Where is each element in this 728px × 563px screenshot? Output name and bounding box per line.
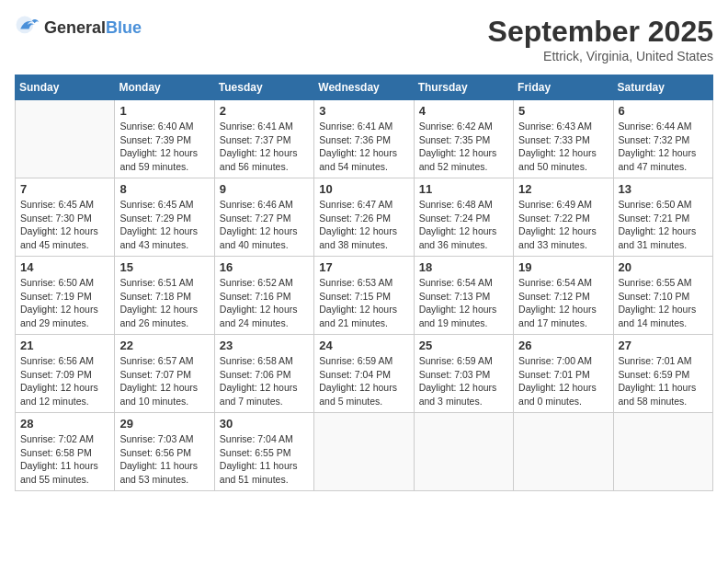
logo: GeneralBlue xyxy=(15,15,142,40)
col-tuesday: Tuesday xyxy=(214,75,313,100)
col-monday: Monday xyxy=(115,75,214,100)
day-info: Sunrise: 6:46 AM Sunset: 7:27 PM Dayligh… xyxy=(220,198,309,252)
day-info: Sunrise: 6:44 AM Sunset: 7:32 PM Dayligh… xyxy=(619,120,708,174)
month-title: September 2025 xyxy=(488,15,713,49)
day-cell: 23Sunrise: 6:58 AM Sunset: 7:06 PM Dayli… xyxy=(214,335,313,413)
day-cell: 8Sunrise: 6:45 AM Sunset: 7:29 PM Daylig… xyxy=(115,178,214,257)
day-cell: 29Sunrise: 7:03 AM Sunset: 6:56 PM Dayli… xyxy=(115,413,214,491)
day-number: 1 xyxy=(119,104,209,118)
day-number: 15 xyxy=(119,260,209,274)
day-number: 20 xyxy=(619,260,708,274)
day-number: 10 xyxy=(319,182,408,196)
day-cell: 17Sunrise: 6:53 AM Sunset: 7:15 PM Dayli… xyxy=(314,257,414,335)
day-number: 23 xyxy=(220,339,309,352)
day-info: Sunrise: 6:47 AM Sunset: 7:26 PM Dayligh… xyxy=(319,198,408,252)
day-cell: 11Sunrise: 6:48 AM Sunset: 7:24 PM Dayli… xyxy=(414,178,513,257)
day-info: Sunrise: 6:43 AM Sunset: 7:33 PM Dayligh… xyxy=(518,120,608,174)
day-number: 16 xyxy=(220,260,309,274)
day-info: Sunrise: 6:59 AM Sunset: 7:04 PM Dayligh… xyxy=(319,354,408,408)
day-info: Sunrise: 7:02 AM Sunset: 6:58 PM Dayligh… xyxy=(20,432,109,487)
day-number: 27 xyxy=(619,339,708,352)
day-info: Sunrise: 7:01 AM Sunset: 6:59 PM Dayligh… xyxy=(619,354,708,408)
day-cell: 27Sunrise: 7:01 AM Sunset: 6:59 PM Dayli… xyxy=(613,335,712,413)
day-number: 12 xyxy=(518,182,608,196)
day-info: Sunrise: 6:58 AM Sunset: 7:06 PM Dayligh… xyxy=(220,354,309,408)
day-number: 6 xyxy=(619,104,708,118)
col-thursday: Thursday xyxy=(414,75,513,100)
day-info: Sunrise: 6:41 AM Sunset: 7:37 PM Dayligh… xyxy=(220,120,309,174)
day-number: 24 xyxy=(319,339,408,352)
day-info: Sunrise: 6:55 AM Sunset: 7:10 PM Dayligh… xyxy=(619,276,708,330)
day-info: Sunrise: 6:41 AM Sunset: 7:36 PM Dayligh… xyxy=(319,120,408,174)
day-number: 5 xyxy=(518,104,608,118)
col-friday: Friday xyxy=(514,75,613,100)
day-info: Sunrise: 6:56 AM Sunset: 7:09 PM Dayligh… xyxy=(20,354,109,408)
day-cell: 21Sunrise: 6:56 AM Sunset: 7:09 PM Dayli… xyxy=(16,335,115,413)
week-row-5: 28Sunrise: 7:02 AM Sunset: 6:58 PM Dayli… xyxy=(16,413,713,491)
day-cell: 20Sunrise: 6:55 AM Sunset: 7:10 PM Dayli… xyxy=(613,257,712,335)
day-cell xyxy=(514,413,613,491)
day-number: 22 xyxy=(119,339,209,352)
day-cell: 28Sunrise: 7:02 AM Sunset: 6:58 PM Dayli… xyxy=(16,413,115,491)
calendar-table: Sunday Monday Tuesday Wednesday Thursday… xyxy=(15,75,713,491)
day-info: Sunrise: 6:50 AM Sunset: 7:19 PM Dayligh… xyxy=(20,276,109,330)
day-info: Sunrise: 6:59 AM Sunset: 7:03 PM Dayligh… xyxy=(419,354,508,408)
day-cell: 19Sunrise: 6:54 AM Sunset: 7:12 PM Dayli… xyxy=(514,257,613,335)
day-number: 26 xyxy=(518,339,608,352)
col-sunday: Sunday xyxy=(16,75,115,100)
day-info: Sunrise: 7:00 AM Sunset: 7:01 PM Dayligh… xyxy=(518,354,608,408)
day-number: 28 xyxy=(20,417,109,431)
day-info: Sunrise: 6:53 AM Sunset: 7:15 PM Dayligh… xyxy=(319,276,408,330)
day-info: Sunrise: 6:50 AM Sunset: 7:21 PM Dayligh… xyxy=(619,198,708,252)
day-info: Sunrise: 6:45 AM Sunset: 7:30 PM Dayligh… xyxy=(20,198,109,252)
day-number: 3 xyxy=(319,104,408,118)
page-header: GeneralBlue September 2025 Ettrick, Virg… xyxy=(15,15,713,63)
day-info: Sunrise: 7:04 AM Sunset: 6:55 PM Dayligh… xyxy=(220,432,309,487)
day-cell: 12Sunrise: 6:49 AM Sunset: 7:22 PM Dayli… xyxy=(514,178,613,257)
day-cell: 30Sunrise: 7:04 AM Sunset: 6:55 PM Dayli… xyxy=(214,413,313,491)
day-cell: 13Sunrise: 6:50 AM Sunset: 7:21 PM Dayli… xyxy=(613,178,712,257)
title-block: September 2025 Ettrick, Virginia, United… xyxy=(488,15,713,63)
day-cell: 9Sunrise: 6:46 AM Sunset: 7:27 PM Daylig… xyxy=(214,178,313,257)
day-cell: 15Sunrise: 6:51 AM Sunset: 7:18 PM Dayli… xyxy=(115,257,214,335)
day-info: Sunrise: 6:51 AM Sunset: 7:18 PM Dayligh… xyxy=(119,276,209,330)
day-number: 13 xyxy=(619,182,708,196)
day-number: 29 xyxy=(119,417,209,431)
location-title: Ettrick, Virginia, United States xyxy=(488,49,713,63)
week-row-1: 1Sunrise: 6:40 AM Sunset: 7:39 PM Daylig… xyxy=(16,100,713,178)
week-row-2: 7Sunrise: 6:45 AM Sunset: 7:30 PM Daylig… xyxy=(16,178,713,257)
day-info: Sunrise: 6:57 AM Sunset: 7:07 PM Dayligh… xyxy=(119,354,209,408)
day-number: 21 xyxy=(20,339,109,352)
week-row-3: 14Sunrise: 6:50 AM Sunset: 7:19 PM Dayli… xyxy=(16,257,713,335)
logo-text: GeneralBlue xyxy=(44,18,142,38)
day-cell xyxy=(314,413,414,491)
day-cell: 14Sunrise: 6:50 AM Sunset: 7:19 PM Dayli… xyxy=(16,257,115,335)
day-cell: 18Sunrise: 6:54 AM Sunset: 7:13 PM Dayli… xyxy=(414,257,513,335)
day-number: 4 xyxy=(419,104,508,118)
day-cell: 7Sunrise: 6:45 AM Sunset: 7:30 PM Daylig… xyxy=(16,178,115,257)
day-number: 14 xyxy=(20,260,109,274)
day-number: 30 xyxy=(220,417,309,431)
day-number: 9 xyxy=(220,182,309,196)
day-info: Sunrise: 6:42 AM Sunset: 7:35 PM Dayligh… xyxy=(419,120,508,174)
day-cell: 10Sunrise: 6:47 AM Sunset: 7:26 PM Dayli… xyxy=(314,178,414,257)
day-cell: 3Sunrise: 6:41 AM Sunset: 7:36 PM Daylig… xyxy=(314,100,414,178)
day-info: Sunrise: 6:48 AM Sunset: 7:24 PM Dayligh… xyxy=(419,198,508,252)
day-number: 17 xyxy=(319,260,408,274)
calendar-header-row: Sunday Monday Tuesday Wednesday Thursday… xyxy=(16,75,713,100)
day-info: Sunrise: 6:54 AM Sunset: 7:12 PM Dayligh… xyxy=(518,276,608,330)
day-number: 8 xyxy=(119,182,209,196)
day-number: 25 xyxy=(419,339,508,352)
day-cell: 26Sunrise: 7:00 AM Sunset: 7:01 PM Dayli… xyxy=(514,335,613,413)
day-cell: 1Sunrise: 6:40 AM Sunset: 7:39 PM Daylig… xyxy=(115,100,214,178)
day-info: Sunrise: 6:54 AM Sunset: 7:13 PM Dayligh… xyxy=(419,276,508,330)
day-number: 18 xyxy=(419,260,508,274)
day-info: Sunrise: 7:03 AM Sunset: 6:56 PM Dayligh… xyxy=(119,432,209,487)
day-number: 2 xyxy=(220,104,309,118)
day-info: Sunrise: 6:40 AM Sunset: 7:39 PM Dayligh… xyxy=(119,120,209,174)
day-cell: 25Sunrise: 6:59 AM Sunset: 7:03 PM Dayli… xyxy=(414,335,513,413)
day-cell xyxy=(613,413,712,491)
logo-icon xyxy=(15,15,40,40)
day-cell: 6Sunrise: 6:44 AM Sunset: 7:32 PM Daylig… xyxy=(613,100,712,178)
logo-general: General xyxy=(44,18,106,38)
